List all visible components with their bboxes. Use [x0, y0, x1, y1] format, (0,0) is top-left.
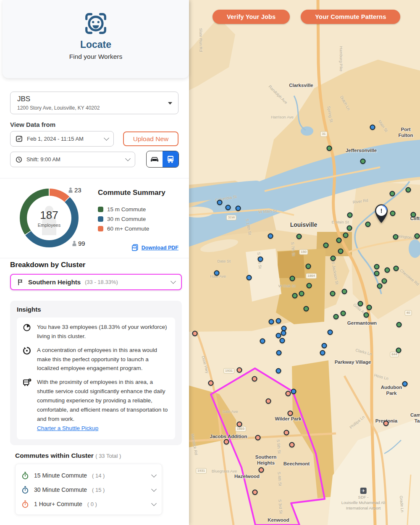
- blue-employee-marker[interactable]: [269, 319, 274, 325]
- blue-employee-marker[interactable]: [236, 206, 241, 211]
- green-employee-marker[interactable]: [336, 238, 342, 243]
- blue-employee-marker[interactable]: [268, 234, 273, 239]
- blue-employee-marker[interactable]: [370, 125, 375, 130]
- green-employee-marker[interactable]: [338, 249, 344, 254]
- green-employee-marker[interactable]: [415, 234, 420, 239]
- green-employee-marker[interactable]: [360, 159, 366, 164]
- green-employee-marker[interactable]: [390, 211, 396, 216]
- green-employee-marker[interactable]: [297, 234, 302, 239]
- green-employee-marker[interactable]: [323, 243, 329, 248]
- salmon-employee-marker[interactable]: [208, 381, 214, 386]
- blue-employee-marker[interactable]: [291, 389, 297, 394]
- selected-location-pin[interactable]: !: [373, 203, 390, 223]
- green-employee-marker[interactable]: [327, 146, 332, 151]
- blue-employee-marker[interactable]: [247, 275, 252, 281]
- green-employee-marker[interactable]: [347, 226, 352, 231]
- blue-employee-marker[interactable]: [328, 330, 333, 335]
- green-employee-marker[interactable]: [365, 222, 371, 227]
- salmon-employee-marker[interactable]: [288, 411, 293, 416]
- green-employee-marker[interactable]: [306, 264, 311, 269]
- blue-employee-marker[interactable]: [276, 350, 282, 356]
- green-employee-marker[interactable]: [292, 293, 298, 299]
- blue-employee-marker[interactable]: [281, 331, 286, 336]
- commutes-list: 15 Minute Commute ( 14 ) 30 Minute Commu…: [15, 464, 162, 515]
- insight-text: You have 33 employees (18.33% of your wo…: [37, 323, 169, 341]
- bus-mode-button[interactable]: [163, 151, 178, 167]
- green-employee-marker[interactable]: [406, 187, 411, 193]
- legend-item: 60 m+ Commute: [98, 224, 149, 234]
- blue-employee-marker[interactable]: [322, 343, 327, 349]
- salmon-employee-marker[interactable]: [289, 442, 295, 448]
- green-employee-marker[interactable]: [343, 233, 349, 238]
- green-employee-marker[interactable]: [342, 289, 347, 294]
- company-select[interactable]: JBS 1200 Story Ave, Louisville, KY 40202: [10, 92, 178, 114]
- green-employee-marker[interactable]: [394, 266, 399, 271]
- thirty-min-count: 99: [72, 240, 85, 247]
- green-employee-marker[interactable]: [390, 191, 395, 197]
- upload-new-button[interactable]: Upload New: [123, 131, 178, 146]
- salmon-employee-marker[interactable]: [224, 439, 229, 445]
- airport-icon: ✈: [360, 488, 366, 494]
- blue-employee-marker[interactable]: [258, 257, 263, 262]
- company-name: JBS: [17, 95, 30, 103]
- commute-row[interactable]: 1 Hour+ Commute ( 0 ): [21, 497, 156, 511]
- green-employee-marker[interactable]: [382, 278, 387, 284]
- blue-employee-marker[interactable]: [226, 205, 231, 210]
- salmon-employee-marker[interactable]: [266, 399, 271, 404]
- green-employee-marker[interactable]: [358, 301, 363, 307]
- blue-employee-marker[interactable]: [276, 333, 281, 339]
- map-canvas[interactable]: ClarksvilleJeffersonvillePort FultonLoui…: [189, 0, 420, 525]
- blue-employee-marker[interactable]: [276, 318, 281, 324]
- green-employee-marker[interactable]: [411, 212, 416, 218]
- salmon-employee-marker[interactable]: [255, 435, 261, 441]
- salmon-employee-marker[interactable]: [252, 376, 257, 382]
- employees-donut-chart[interactable]: 187 Employees: [20, 189, 79, 247]
- green-employee-marker[interactable]: [367, 305, 372, 310]
- green-employee-marker[interactable]: [396, 322, 402, 328]
- green-employee-marker[interactable]: [304, 306, 309, 312]
- green-employee-marker[interactable]: [299, 291, 304, 297]
- dataset-date-select[interactable]: Feb 1, 2024 - 11:15 AM: [10, 131, 114, 147]
- blue-employee-marker[interactable]: [260, 339, 265, 344]
- blue-employee-marker[interactable]: [320, 350, 326, 356]
- green-employee-marker[interactable]: [331, 256, 336, 261]
- green-employee-marker[interactable]: [347, 213, 353, 218]
- green-employee-marker[interactable]: [385, 268, 390, 273]
- green-employee-marker[interactable]: [333, 314, 339, 320]
- blue-employee-marker[interactable]: [280, 338, 285, 344]
- shift-select[interactable]: Shift: 9:00 AM: [10, 152, 135, 167]
- green-employee-marker[interactable]: [377, 284, 383, 289]
- salmon-employee-marker[interactable]: [259, 467, 264, 473]
- map-action-button[interactable]: Your Commute Patterns: [301, 10, 400, 24]
- salmon-employee-marker[interactable]: [252, 490, 258, 495]
- salmon-employee-marker[interactable]: [192, 331, 198, 336]
- green-employee-marker[interactable]: [290, 276, 295, 281]
- green-employee-marker[interactable]: [364, 312, 369, 318]
- charter-shuttle-link[interactable]: Charter a Shuttle Pickup: [37, 425, 98, 431]
- car-mode-button[interactable]: [147, 151, 163, 167]
- chevron-down-icon: [125, 156, 131, 161]
- commute-row[interactable]: 30 Minute Commute ( 15 ): [21, 483, 156, 497]
- locate-app: ClarksvilleJeffersonvillePort FultonLoui…: [0, 0, 420, 525]
- commute-row[interactable]: 15 Minute Commute ( 14 ): [21, 468, 156, 483]
- green-employee-marker[interactable]: [374, 271, 380, 276]
- salmon-employee-marker[interactable]: [383, 421, 389, 426]
- blue-employee-marker[interactable]: [276, 368, 281, 374]
- salmon-employee-marker[interactable]: [237, 422, 242, 427]
- download-pdf-link[interactable]: PDF Download PDF: [131, 244, 178, 252]
- green-employee-marker[interactable]: [341, 311, 346, 316]
- green-employee-marker[interactable]: [374, 264, 380, 270]
- map-action-button[interactable]: Verify Your Jobs: [213, 10, 290, 24]
- green-employee-marker[interactable]: [393, 234, 399, 240]
- blue-employee-marker[interactable]: [217, 200, 223, 205]
- insights-title: Insights: [17, 306, 41, 313]
- salmon-employee-marker[interactable]: [284, 430, 289, 436]
- green-employee-marker[interactable]: [396, 348, 402, 353]
- salmon-employee-marker[interactable]: [286, 391, 291, 396]
- green-employee-marker[interactable]: [307, 283, 312, 289]
- blue-employee-marker[interactable]: [214, 270, 220, 276]
- salmon-employee-marker[interactable]: [237, 368, 242, 373]
- blue-employee-marker[interactable]: [402, 381, 408, 387]
- green-employee-marker[interactable]: [330, 291, 336, 297]
- cluster-select[interactable]: Southern Heights (33 - 18.33%): [10, 274, 182, 290]
